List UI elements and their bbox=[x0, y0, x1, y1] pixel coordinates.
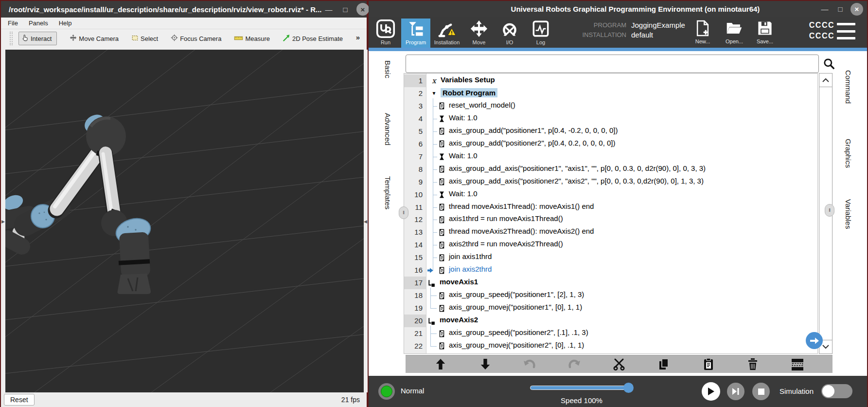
move-camera-tool-button[interactable]: Move Camera bbox=[70, 34, 119, 43]
robot-status-light[interactable] bbox=[378, 383, 395, 400]
scroll-up-button[interactable] bbox=[819, 74, 832, 87]
maximize-button[interactable]: □ bbox=[835, 5, 846, 13]
program-row-14[interactable]: axis2thrd = run moveAxis2Thread() bbox=[427, 239, 817, 251]
tab-graphics[interactable]: Graphics bbox=[844, 139, 852, 168]
speed-slider[interactable] bbox=[530, 386, 633, 390]
nav-log-tab[interactable]: Log bbox=[526, 18, 555, 48]
program-row-22[interactable]: axis_group_movej("positioner2", [0], .1,… bbox=[427, 340, 817, 352]
interact-tool-button[interactable]: Interact bbox=[18, 32, 57, 45]
polyscope-titlebar[interactable]: Universal Robots Graphical Programming E… bbox=[369, 1, 867, 17]
program-row-16[interactable]: join axis2thrd bbox=[427, 264, 817, 277]
structure-button[interactable] bbox=[788, 356, 807, 372]
menu-file[interactable]: File bbox=[8, 19, 18, 27]
screen: /root/rviz_workspace/install/ur_descript… bbox=[0, 0, 868, 407]
rviz-3d-viewport[interactable] bbox=[5, 50, 364, 392]
move-down-button[interactable] bbox=[476, 356, 495, 372]
script-icon bbox=[438, 330, 445, 337]
tab-command[interactable]: Command bbox=[844, 70, 852, 104]
minimize-button[interactable]: — bbox=[819, 5, 830, 13]
nav-program-tab[interactable]: Program bbox=[401, 18, 430, 48]
hamburger-menu-button[interactable] bbox=[837, 23, 855, 39]
skip-icon bbox=[732, 388, 740, 395]
open-program-button[interactable]: Open... bbox=[719, 19, 750, 44]
next-arrow-button[interactable] bbox=[806, 332, 823, 349]
nav-label: Installation bbox=[434, 39, 460, 45]
program-row-17[interactable]: moveAxis1 bbox=[427, 277, 817, 289]
program-row-4[interactable]: Wait: 1.0 bbox=[427, 112, 817, 125]
program-row-12[interactable]: axis1thrd = run moveAxis1Thread() bbox=[427, 213, 817, 226]
program-row-1[interactable]: xVariables Setup bbox=[427, 74, 817, 87]
tree-connector bbox=[433, 131, 437, 132]
tab-advanced[interactable]: Advanced bbox=[384, 113, 392, 146]
toolbar-drag-handle[interactable] bbox=[10, 32, 13, 45]
copy-icon bbox=[657, 358, 670, 370]
tool-label: Select bbox=[141, 35, 158, 42]
nav-io-tab[interactable]: I/O bbox=[495, 18, 524, 48]
toggle-knob bbox=[822, 385, 834, 397]
script-icon bbox=[439, 128, 445, 135]
nav-move-tab[interactable]: Move bbox=[464, 18, 494, 48]
line-number: 14 bbox=[404, 239, 426, 251]
program-search-input[interactable] bbox=[406, 55, 819, 73]
left-splitter-handle[interactable]: ‖ bbox=[399, 206, 408, 219]
measure-tool-button[interactable]: Measure bbox=[234, 35, 270, 42]
program-row-2[interactable]: ▼Robot Program bbox=[427, 87, 817, 100]
close-button[interactable]: × bbox=[850, 3, 863, 16]
minimize-button[interactable]: — bbox=[323, 5, 334, 14]
menu-help[interactable]: Help bbox=[59, 19, 72, 27]
menu-panels[interactable]: Panels bbox=[29, 19, 48, 27]
program-row-15[interactable]: join axis1thrd bbox=[427, 251, 817, 264]
stop-button[interactable] bbox=[752, 383, 770, 400]
search-icon[interactable] bbox=[821, 56, 837, 72]
rviz-titlebar[interactable]: /root/rviz_workspace/install/ur_descript… bbox=[1, 1, 367, 18]
line-number: 4 bbox=[404, 112, 426, 125]
tab-variables[interactable]: Variables bbox=[844, 199, 852, 229]
maximize-button[interactable]: □ bbox=[340, 5, 351, 14]
redo-button[interactable] bbox=[565, 356, 584, 372]
undo-button[interactable] bbox=[520, 356, 539, 372]
program-row-3[interactable]: reset_world_model() bbox=[427, 100, 817, 112]
rviz-toolbar: Interact Move Camera Select Focus Camera… bbox=[1, 29, 367, 48]
simulation-toggle[interactable] bbox=[821, 384, 852, 398]
program-row-8[interactable]: axis_group_add_axis("positioner1", "axis… bbox=[427, 163, 817, 176]
right-splitter-handle[interactable]: ‖ bbox=[825, 204, 834, 217]
program-row-10[interactable]: Wait: 1.0 bbox=[427, 188, 817, 201]
program-row-13[interactable]: thread moveAxis2Thread(): moveAxis2() en… bbox=[427, 226, 817, 239]
nav-run-tab[interactable]: Run bbox=[371, 18, 400, 48]
program-row-text: moveAxis1 bbox=[440, 278, 478, 286]
program-row-20[interactable]: moveAxis2 bbox=[427, 314, 817, 327]
delete-button[interactable] bbox=[743, 356, 762, 372]
tool-label: 2D Pose Estimate bbox=[292, 35, 343, 42]
paste-button[interactable] bbox=[699, 356, 718, 372]
nav-installation-tab[interactable]: Installation bbox=[432, 18, 461, 48]
save-program-button[interactable]: Save... bbox=[749, 19, 780, 44]
program-row-21[interactable]: axis_group_speedj("positioner2", [.1], .… bbox=[427, 327, 817, 340]
subprogram-icon bbox=[428, 317, 435, 325]
focus-camera-tool-button[interactable]: Focus Camera bbox=[171, 34, 221, 43]
program-row-9[interactable]: axis_group_add_axis("positioner2", "axis… bbox=[427, 176, 817, 188]
reset-button[interactable]: Reset bbox=[4, 394, 35, 406]
line-number: 17 bbox=[404, 277, 426, 289]
show-left-panel-arrow[interactable]: ▶ bbox=[1, 219, 5, 224]
program-row-5[interactable]: axis_group_add("positioner1", p[0.4, -0.… bbox=[427, 125, 817, 138]
program-row-18[interactable]: axis_group_speedj("positioner1", [2], 1,… bbox=[427, 289, 817, 302]
program-row-19[interactable]: axis_group_movej("positioner1", [0], 1, … bbox=[427, 302, 817, 314]
select-tool-button[interactable]: Select bbox=[131, 35, 158, 43]
move-up-button[interactable] bbox=[431, 356, 450, 372]
pose-estimate-tool-button[interactable]: 2D Pose Estimate bbox=[283, 34, 343, 43]
new-program-button[interactable]: New... bbox=[687, 19, 718, 44]
program-row-6[interactable]: axis_group_add("positioner2", p[0.4, 0.2… bbox=[427, 138, 817, 150]
close-button[interactable]: × bbox=[356, 3, 369, 16]
show-right-panel-arrow[interactable]: ◀ bbox=[364, 219, 367, 224]
program-row-7[interactable]: Wait: 1.0 bbox=[427, 150, 817, 163]
tab-templates[interactable]: Templates bbox=[384, 176, 392, 209]
tab-basic[interactable]: Basic bbox=[384, 60, 392, 78]
copy-button[interactable] bbox=[654, 356, 673, 372]
play-button[interactable] bbox=[702, 382, 720, 401]
speed-slider-thumb[interactable] bbox=[623, 383, 634, 393]
program-row-11[interactable]: thread moveAxis1Thread(): moveAxis1() en… bbox=[427, 201, 817, 214]
cut-button[interactable] bbox=[609, 356, 629, 372]
toolbar-overflow-button[interactable]: » bbox=[356, 33, 360, 41]
tree-connector bbox=[433, 207, 437, 208]
step-button[interactable] bbox=[727, 383, 744, 400]
